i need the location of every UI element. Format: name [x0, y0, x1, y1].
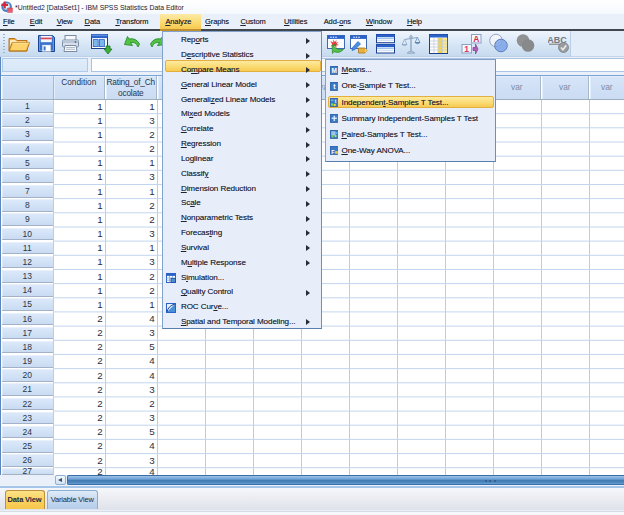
svg-text:F: F	[331, 149, 335, 155]
svg-text:1: 1	[464, 43, 469, 53]
svg-text:A: A	[473, 33, 479, 43]
svg-text:M: M	[331, 67, 336, 74]
